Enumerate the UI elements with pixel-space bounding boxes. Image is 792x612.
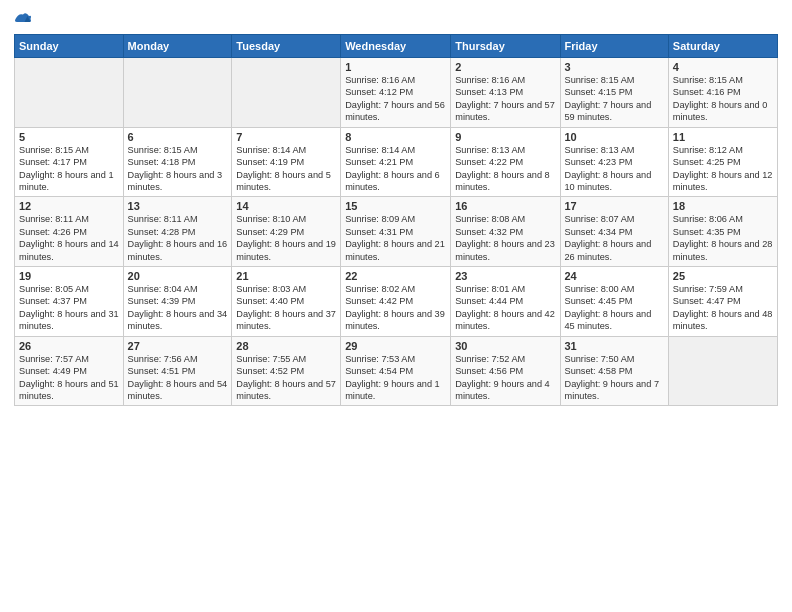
calendar-cell: 23Sunrise: 8:01 AM Sunset: 4:44 PM Dayli… <box>451 267 560 337</box>
calendar-cell: 21Sunrise: 8:03 AM Sunset: 4:40 PM Dayli… <box>232 267 341 337</box>
day-info: Sunrise: 8:05 AM Sunset: 4:37 PM Dayligh… <box>19 283 119 333</box>
calendar-cell <box>668 336 777 406</box>
day-number: 22 <box>345 270 446 282</box>
calendar-cell: 1Sunrise: 8:16 AM Sunset: 4:12 PM Daylig… <box>341 58 451 128</box>
day-number: 28 <box>236 340 336 352</box>
week-row-2: 5Sunrise: 8:15 AM Sunset: 4:17 PM Daylig… <box>15 127 778 197</box>
day-number: 10 <box>565 131 664 143</box>
weekday-header-saturday: Saturday <box>668 35 777 58</box>
day-info: Sunrise: 8:04 AM Sunset: 4:39 PM Dayligh… <box>128 283 228 333</box>
day-info: Sunrise: 8:15 AM Sunset: 4:18 PM Dayligh… <box>128 144 228 194</box>
calendar-cell: 14Sunrise: 8:10 AM Sunset: 4:29 PM Dayli… <box>232 197 341 267</box>
day-number: 31 <box>565 340 664 352</box>
day-info: Sunrise: 8:02 AM Sunset: 4:42 PM Dayligh… <box>345 283 446 333</box>
calendar-cell: 5Sunrise: 8:15 AM Sunset: 4:17 PM Daylig… <box>15 127 124 197</box>
calendar-cell <box>232 58 341 128</box>
page-container: SundayMondayTuesdayWednesdayThursdayFrid… <box>0 0 792 412</box>
day-number: 19 <box>19 270 119 282</box>
weekday-header-wednesday: Wednesday <box>341 35 451 58</box>
calendar-cell: 24Sunrise: 8:00 AM Sunset: 4:45 PM Dayli… <box>560 267 668 337</box>
day-number: 3 <box>565 61 664 73</box>
calendar-cell: 10Sunrise: 8:13 AM Sunset: 4:23 PM Dayli… <box>560 127 668 197</box>
day-info: Sunrise: 8:01 AM Sunset: 4:44 PM Dayligh… <box>455 283 555 333</box>
day-info: Sunrise: 8:15 AM Sunset: 4:17 PM Dayligh… <box>19 144 119 194</box>
week-row-1: 1Sunrise: 8:16 AM Sunset: 4:12 PM Daylig… <box>15 58 778 128</box>
day-info: Sunrise: 8:08 AM Sunset: 4:32 PM Dayligh… <box>455 213 555 263</box>
logo <box>14 10 34 28</box>
day-number: 27 <box>128 340 228 352</box>
day-number: 5 <box>19 131 119 143</box>
day-number: 14 <box>236 200 336 212</box>
week-row-5: 26Sunrise: 7:57 AM Sunset: 4:49 PM Dayli… <box>15 336 778 406</box>
day-number: 17 <box>565 200 664 212</box>
calendar-cell: 19Sunrise: 8:05 AM Sunset: 4:37 PM Dayli… <box>15 267 124 337</box>
day-number: 29 <box>345 340 446 352</box>
day-info: Sunrise: 7:55 AM Sunset: 4:52 PM Dayligh… <box>236 353 336 403</box>
calendar-cell: 18Sunrise: 8:06 AM Sunset: 4:35 PM Dayli… <box>668 197 777 267</box>
day-info: Sunrise: 8:13 AM Sunset: 4:22 PM Dayligh… <box>455 144 555 194</box>
day-info: Sunrise: 8:11 AM Sunset: 4:26 PM Dayligh… <box>19 213 119 263</box>
day-info: Sunrise: 7:59 AM Sunset: 4:47 PM Dayligh… <box>673 283 773 333</box>
day-number: 6 <box>128 131 228 143</box>
day-number: 30 <box>455 340 555 352</box>
day-info: Sunrise: 8:13 AM Sunset: 4:23 PM Dayligh… <box>565 144 664 194</box>
calendar-cell: 8Sunrise: 8:14 AM Sunset: 4:21 PM Daylig… <box>341 127 451 197</box>
weekday-header-friday: Friday <box>560 35 668 58</box>
day-number: 7 <box>236 131 336 143</box>
day-number: 13 <box>128 200 228 212</box>
calendar-cell: 3Sunrise: 8:15 AM Sunset: 4:15 PM Daylig… <box>560 58 668 128</box>
day-info: Sunrise: 8:03 AM Sunset: 4:40 PM Dayligh… <box>236 283 336 333</box>
day-info: Sunrise: 8:07 AM Sunset: 4:34 PM Dayligh… <box>565 213 664 263</box>
day-number: 4 <box>673 61 773 73</box>
weekday-header-row: SundayMondayTuesdayWednesdayThursdayFrid… <box>15 35 778 58</box>
logo-icon <box>14 10 32 28</box>
day-info: Sunrise: 8:12 AM Sunset: 4:25 PM Dayligh… <box>673 144 773 194</box>
calendar-cell: 15Sunrise: 8:09 AM Sunset: 4:31 PM Dayli… <box>341 197 451 267</box>
calendar-cell: 27Sunrise: 7:56 AM Sunset: 4:51 PM Dayli… <box>123 336 232 406</box>
day-info: Sunrise: 7:52 AM Sunset: 4:56 PM Dayligh… <box>455 353 555 403</box>
day-number: 12 <box>19 200 119 212</box>
day-number: 25 <box>673 270 773 282</box>
day-number: 8 <box>345 131 446 143</box>
day-number: 23 <box>455 270 555 282</box>
day-info: Sunrise: 8:10 AM Sunset: 4:29 PM Dayligh… <box>236 213 336 263</box>
day-info: Sunrise: 7:56 AM Sunset: 4:51 PM Dayligh… <box>128 353 228 403</box>
day-info: Sunrise: 8:11 AM Sunset: 4:28 PM Dayligh… <box>128 213 228 263</box>
calendar-cell: 7Sunrise: 8:14 AM Sunset: 4:19 PM Daylig… <box>232 127 341 197</box>
day-number: 16 <box>455 200 555 212</box>
weekday-header-thursday: Thursday <box>451 35 560 58</box>
calendar-cell <box>15 58 124 128</box>
calendar-cell: 31Sunrise: 7:50 AM Sunset: 4:58 PM Dayli… <box>560 336 668 406</box>
calendar-cell: 28Sunrise: 7:55 AM Sunset: 4:52 PM Dayli… <box>232 336 341 406</box>
weekday-header-tuesday: Tuesday <box>232 35 341 58</box>
day-number: 21 <box>236 270 336 282</box>
weekday-header-monday: Monday <box>123 35 232 58</box>
calendar-cell: 13Sunrise: 8:11 AM Sunset: 4:28 PM Dayli… <box>123 197 232 267</box>
calendar-cell <box>123 58 232 128</box>
day-number: 1 <box>345 61 446 73</box>
calendar-cell: 6Sunrise: 8:15 AM Sunset: 4:18 PM Daylig… <box>123 127 232 197</box>
calendar-cell: 22Sunrise: 8:02 AM Sunset: 4:42 PM Dayli… <box>341 267 451 337</box>
day-number: 20 <box>128 270 228 282</box>
calendar-cell: 30Sunrise: 7:52 AM Sunset: 4:56 PM Dayli… <box>451 336 560 406</box>
day-number: 9 <box>455 131 555 143</box>
day-number: 26 <box>19 340 119 352</box>
day-info: Sunrise: 8:16 AM Sunset: 4:12 PM Dayligh… <box>345 74 446 124</box>
day-info: Sunrise: 7:53 AM Sunset: 4:54 PM Dayligh… <box>345 353 446 403</box>
day-info: Sunrise: 8:15 AM Sunset: 4:15 PM Dayligh… <box>565 74 664 124</box>
calendar-cell: 26Sunrise: 7:57 AM Sunset: 4:49 PM Dayli… <box>15 336 124 406</box>
day-info: Sunrise: 8:14 AM Sunset: 4:21 PM Dayligh… <box>345 144 446 194</box>
week-row-4: 19Sunrise: 8:05 AM Sunset: 4:37 PM Dayli… <box>15 267 778 337</box>
day-info: Sunrise: 7:50 AM Sunset: 4:58 PM Dayligh… <box>565 353 664 403</box>
day-info: Sunrise: 8:16 AM Sunset: 4:13 PM Dayligh… <box>455 74 555 124</box>
calendar-cell: 17Sunrise: 8:07 AM Sunset: 4:34 PM Dayli… <box>560 197 668 267</box>
calendar-cell: 29Sunrise: 7:53 AM Sunset: 4:54 PM Dayli… <box>341 336 451 406</box>
calendar-cell: 4Sunrise: 8:15 AM Sunset: 4:16 PM Daylig… <box>668 58 777 128</box>
calendar-cell: 25Sunrise: 7:59 AM Sunset: 4:47 PM Dayli… <box>668 267 777 337</box>
calendar-cell: 20Sunrise: 8:04 AM Sunset: 4:39 PM Dayli… <box>123 267 232 337</box>
calendar-cell: 12Sunrise: 8:11 AM Sunset: 4:26 PM Dayli… <box>15 197 124 267</box>
day-number: 24 <box>565 270 664 282</box>
weekday-header-sunday: Sunday <box>15 35 124 58</box>
day-info: Sunrise: 8:15 AM Sunset: 4:16 PM Dayligh… <box>673 74 773 124</box>
day-info: Sunrise: 8:14 AM Sunset: 4:19 PM Dayligh… <box>236 144 336 194</box>
